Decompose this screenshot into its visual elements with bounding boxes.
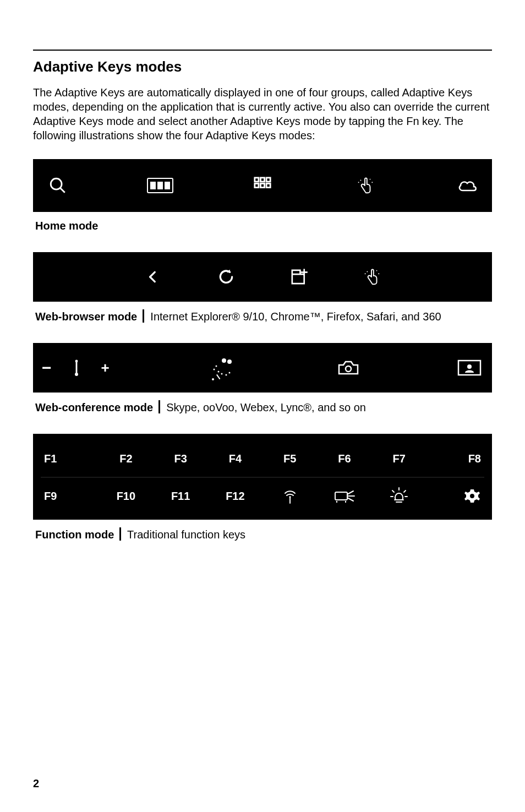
svg-rect-23 <box>75 361 77 374</box>
f8-key: F8 <box>426 440 484 477</box>
f12-key: F12 <box>208 478 262 514</box>
f9-key: F9 <box>41 478 99 514</box>
intro-paragraph: The Adaptive Keys are automatically disp… <box>33 85 492 143</box>
svg-point-28 <box>216 366 217 367</box>
svg-point-20 <box>376 270 378 271</box>
f2-key: F2 <box>99 440 153 477</box>
svg-point-21 <box>379 273 380 274</box>
svg-point-14 <box>370 179 371 180</box>
svg-rect-3 <box>151 182 155 189</box>
gesture-icon <box>358 263 385 291</box>
svg-point-31 <box>226 374 227 376</box>
svg-point-15 <box>371 182 373 183</box>
svg-point-26 <box>227 359 232 364</box>
svg-point-37 <box>467 364 472 369</box>
web-conference-bar: − + <box>33 343 492 393</box>
svg-line-44 <box>392 491 394 492</box>
page-number: 2 <box>33 777 39 790</box>
svg-point-29 <box>218 371 220 373</box>
apps-window-icon <box>146 172 174 199</box>
brightness-icon <box>372 478 426 514</box>
svg-rect-6 <box>255 178 259 182</box>
svg-point-0 <box>51 178 62 189</box>
f6-key: F6 <box>317 440 371 477</box>
f3-key: F3 <box>154 440 208 477</box>
f1-key: F1 <box>41 440 99 477</box>
svg-point-39 <box>289 497 291 498</box>
share-screen-icon <box>456 354 483 382</box>
grid-icon <box>249 172 276 199</box>
svg-point-19 <box>365 273 366 274</box>
svg-point-32 <box>229 372 231 374</box>
svg-rect-40 <box>335 492 347 500</box>
camera-icon <box>335 354 362 382</box>
svg-line-45 <box>404 491 406 492</box>
f5-key: F5 <box>262 440 317 477</box>
f4-key: F4 <box>208 440 262 477</box>
home-mode-label: Home mode <box>35 220 492 232</box>
svg-point-13 <box>358 182 359 183</box>
svg-rect-8 <box>266 178 270 182</box>
settings-gear-icon <box>426 478 484 514</box>
f10-key: F10 <box>99 478 153 514</box>
back-icon <box>139 263 167 291</box>
f7-key: F7 <box>372 440 426 477</box>
svg-rect-11 <box>266 183 270 187</box>
svg-point-35 <box>346 366 351 372</box>
svg-point-34 <box>212 378 214 380</box>
cloud-icon <box>453 172 481 199</box>
svg-rect-4 <box>158 182 162 189</box>
gesture-icon <box>351 172 379 199</box>
background-blur-icon <box>203 354 241 382</box>
web-browser-bar <box>33 252 492 302</box>
svg-point-12 <box>360 180 361 181</box>
web-conference-label: Web-conference mode Skype, ooVoo, Webex,… <box>35 400 492 414</box>
refresh-icon <box>212 263 240 291</box>
projector-icon <box>317 478 371 514</box>
mic-plus-icon: + <box>101 359 110 377</box>
svg-rect-10 <box>260 183 264 187</box>
svg-point-18 <box>367 271 368 273</box>
mic-minus-icon: − <box>42 358 52 377</box>
svg-rect-33 <box>216 374 220 379</box>
svg-point-25 <box>222 358 226 363</box>
svg-point-30 <box>221 373 223 375</box>
svg-line-1 <box>60 188 65 193</box>
web-browser-label: Web-browser mode Internet Explorer® 9/10… <box>35 309 492 323</box>
wireless-icon <box>262 478 317 514</box>
f11-key: F11 <box>154 478 208 514</box>
home-mode-bar <box>33 159 492 212</box>
section-title: Adaptive Keys modes <box>33 58 492 75</box>
search-icon <box>44 172 72 199</box>
svg-rect-5 <box>165 182 169 189</box>
svg-rect-7 <box>260 178 264 182</box>
svg-point-27 <box>214 369 215 370</box>
new-tab-icon <box>285 263 313 291</box>
function-mode-bar: F1 F2 F3 F4 F5 F6 F7 F8 F9 F10 F11 F12 <box>33 434 492 520</box>
microphone-icon <box>63 354 90 382</box>
svg-rect-9 <box>255 183 259 187</box>
function-mode-label: Function mode Traditional function keys <box>35 527 492 541</box>
svg-point-24 <box>75 360 78 363</box>
